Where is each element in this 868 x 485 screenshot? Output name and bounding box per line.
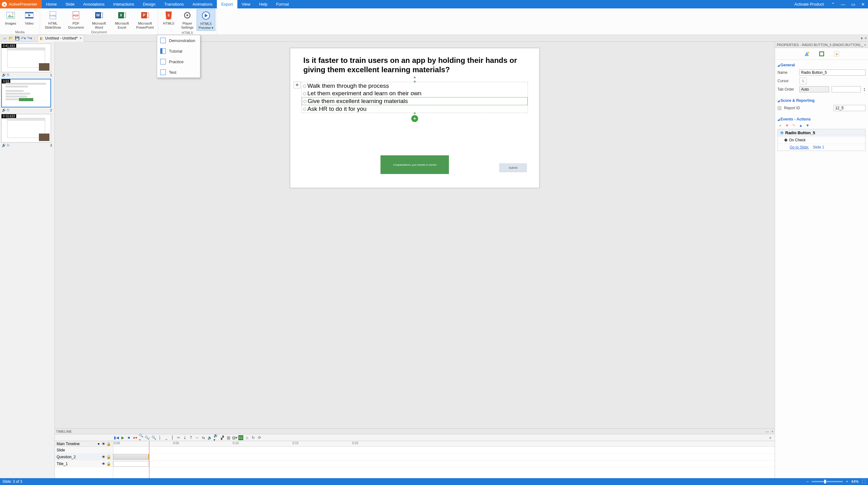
tl-snap-icon[interactable]: ⎯ [164, 435, 168, 440]
ribbon-word[interactable]: W Microsoft Word [87, 9, 111, 30]
question-title[interactable]: Is it faster to train users on an app by… [303, 56, 520, 75]
menu-view[interactable]: View [237, 0, 255, 8]
ribbon-player-settings[interactable]: Player Settings [178, 9, 197, 30]
menu-slide[interactable]: Slide [61, 0, 79, 8]
timeline-track-title[interactable] [113, 460, 775, 467]
tl-g-icon[interactable]: ⟳ [257, 435, 262, 440]
thumb-1[interactable]: 0:41.933 🔊 ⎘1 [1, 44, 53, 77]
tl-record-icon[interactable]: ●▾ [132, 435, 137, 440]
event-trigger[interactable]: On Check [778, 137, 865, 144]
timeline-row-title[interactable]: Title_1👁 🔒 [55, 460, 113, 467]
submit-button[interactable]: Submit [499, 164, 527, 172]
zoom-in-icon[interactable]: + [846, 479, 848, 484]
tl-stop-icon[interactable]: ■ [126, 435, 131, 440]
menu-format[interactable]: Format [272, 0, 293, 8]
event-action[interactable]: Go to Slide: Slide 1 [778, 144, 865, 151]
tl-e-icon[interactable]: ⎌ [245, 435, 249, 440]
tl-cc-icon[interactable]: CC [238, 435, 243, 440]
input-taborder-mode[interactable] [799, 86, 829, 92]
ribbon-excel[interactable]: X Microsoft Excel [111, 9, 133, 30]
timeline-row-question[interactable]: Question_2👁 🔒 [55, 454, 113, 460]
tl-zoomin-icon[interactable]: 🔍+ [139, 435, 144, 440]
menu-interactions[interactable]: Interactions [109, 0, 138, 8]
tl-cut-icon[interactable]: ✂ [176, 435, 181, 440]
cursor-swatch[interactable]: ☟ [799, 78, 807, 84]
timeline-trackname-header[interactable]: Main Timeline ▾ 👁 🔒 [55, 441, 113, 447]
ribbon-powerpoint[interactable]: P Microsoft PowerPoint [133, 9, 156, 30]
tl-rewind-icon[interactable]: ▮◀ [114, 435, 119, 440]
ribbon-html5-preview[interactable]: HTML5 Preview ▾ [197, 9, 215, 31]
panel-close-icon[interactable]: × [864, 43, 866, 47]
section-general[interactable]: General [777, 62, 866, 68]
ribbon-pdf[interactable]: PDF PDF Document [64, 9, 87, 30]
menu-export[interactable]: Export [217, 0, 237, 8]
tl-a-icon[interactable]: ⤓ [182, 435, 187, 440]
dropdown-demonstration[interactable]: Demonstration [157, 35, 200, 46]
panel-menu-icon[interactable]: ▾ [861, 36, 863, 40]
answer-3-selected[interactable]: Give them excellent learning materials [302, 97, 528, 105]
tl-c-icon[interactable]: ↔ [195, 435, 200, 440]
ev-add-icon[interactable]: ＋ [778, 123, 782, 127]
menu-animations[interactable]: Animations [188, 0, 217, 8]
timeline-row-slide[interactable]: Slide [55, 447, 113, 454]
tl-b-icon[interactable]: ⤒ [189, 435, 193, 440]
ribbon-images[interactable]: Images [1, 9, 20, 26]
collapse-ribbon-icon[interactable]: ⌃ [828, 2, 838, 7]
thumb-2[interactable]: 0:03 🔊 ⎘2 [1, 79, 53, 112]
ribbon-html5[interactable]: 5 HTML5 [159, 9, 178, 26]
event-root[interactable]: Radio Button_5 [778, 129, 865, 137]
panel-close-icon[interactable]: × [865, 36, 867, 40]
zoom-slider[interactable] [812, 481, 843, 482]
event-action-link[interactable]: Go to Slide: [789, 145, 811, 149]
ribbon-html-slideshow[interactable]: HTML HTML SlideShow [41, 9, 64, 30]
answers-group[interactable]: ✥ Walk them through the process Let them… [302, 82, 528, 113]
timeline-track-question[interactable] [113, 454, 775, 460]
tl-zoomout-icon[interactable]: 🔍- [145, 435, 150, 440]
tl-chart-icon[interactable]: ▞ [220, 435, 225, 440]
timeline-ruler[interactable]: 0:00 0:05 0:10 0:15 0:20 [113, 441, 775, 447]
tl-vol-icon[interactable]: 🔈 [207, 435, 212, 440]
window-minimize-icon[interactable]: ― [838, 2, 848, 7]
timeline-tracks[interactable]: 0:00 0:05 0:10 0:15 0:20 [113, 441, 775, 478]
dropdown-practice[interactable]: Practice [157, 56, 200, 67]
zoom-out-icon[interactable]: − [806, 479, 809, 484]
spinner-icon[interactable]: ▲▼ [863, 87, 866, 91]
tl-f-icon[interactable]: ↻ [251, 435, 256, 440]
tl-more-icon[interactable]: » [768, 435, 773, 440]
menu-help[interactable]: Help [255, 0, 272, 8]
tl-split-icon[interactable]: ⎮ [170, 435, 175, 440]
move-handle-icon[interactable]: ✥ [294, 82, 301, 88]
save-icon[interactable]: 💾 [14, 35, 20, 41]
dropdown-tutorial[interactable]: Tutorial [157, 46, 200, 56]
input-reportid[interactable] [834, 105, 866, 111]
menu-transitions[interactable]: Transitions [160, 0, 188, 8]
close-document-icon[interactable]: × [80, 36, 82, 40]
answer-1[interactable]: Walk them through the process [302, 82, 528, 90]
menu-annotations[interactable]: Annotations [79, 0, 109, 8]
window-maximize-icon[interactable]: ▭ [848, 2, 858, 7]
tl-vol2-icon[interactable]: 🔊▾ [213, 435, 218, 440]
answer-2[interactable]: Let them experiment and learn on their o… [302, 90, 528, 97]
timeline-min-icon[interactable]: — [766, 430, 769, 433]
event-action-target[interactable]: Slide 1 [813, 145, 825, 149]
timeline-playhead[interactable] [149, 441, 149, 478]
feedback-correct[interactable]: Congratulations, your answer is correct [380, 155, 449, 174]
timeline-track-slide[interactable] [113, 447, 775, 454]
fit-screen-icon[interactable]: ⛶ [862, 479, 866, 484]
tl-play-icon[interactable]: ▶ [120, 435, 125, 440]
window-close-icon[interactable]: ✕ [858, 2, 868, 7]
tl-bars-icon[interactable]: ▥ [226, 435, 231, 440]
ev-down-icon[interactable]: ▼ [805, 123, 810, 127]
add-answer-button[interactable]: + [411, 115, 418, 122]
timeline-close-icon[interactable]: × [772, 430, 773, 433]
ribbon-video[interactable]: Video [20, 9, 38, 26]
activate-product[interactable]: Activate Product [790, 2, 828, 6]
prop-tab-style-icon[interactable] [803, 51, 810, 57]
panel-pin-icon[interactable]: ⎯ [861, 43, 863, 47]
tl-bars2-icon[interactable]: ▤▾ [232, 435, 237, 440]
input-name[interactable] [799, 69, 866, 76]
section-score[interactable]: Score & Reporting [777, 97, 866, 104]
thumb-3[interactable]: 0:10.633 🔊 ⎘3 [1, 114, 53, 147]
undo-icon[interactable]: ↶▾ [21, 35, 26, 41]
tl-zoomfit-icon[interactable]: 🔍 [151, 435, 156, 440]
